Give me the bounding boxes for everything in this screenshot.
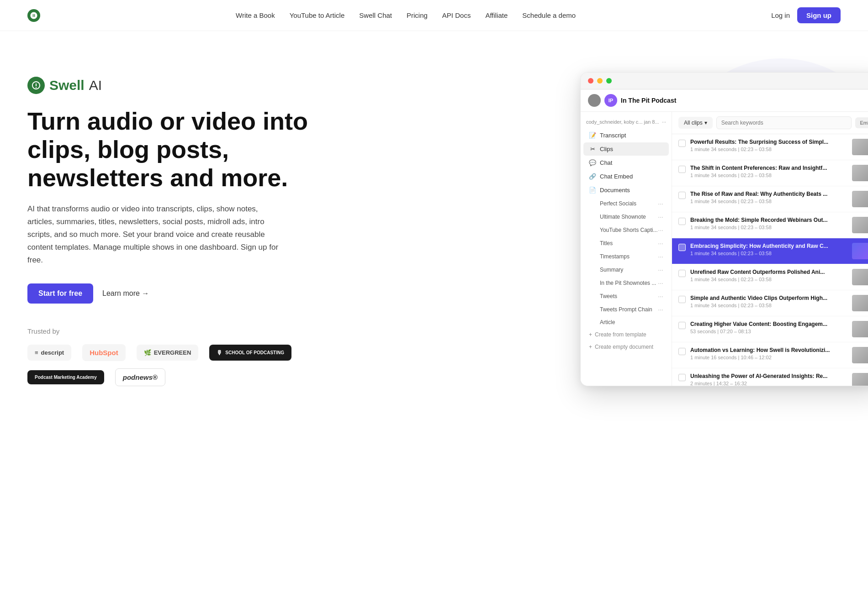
evergreen-logo: 🌿 EVERGREEN bbox=[137, 345, 199, 361]
sidebar-summary[interactable]: Summary ··· bbox=[587, 263, 669, 276]
podnews-logo: podnews® bbox=[115, 368, 165, 386]
clip-checkbox-7[interactable] bbox=[678, 322, 686, 329]
shownotes-more[interactable]: ··· bbox=[658, 279, 663, 287]
tweets-more[interactable]: ··· bbox=[658, 293, 663, 300]
clip-item-7[interactable]: Creating Higher Value Content: Boosting … bbox=[672, 316, 868, 342]
tweets-label: Tweets bbox=[600, 293, 617, 299]
navbar: Write a Book YouTube to Article Swell Ch… bbox=[0, 0, 868, 31]
start-for-free-button[interactable]: Start for free bbox=[27, 283, 93, 304]
clip-thumb-9 bbox=[852, 373, 868, 386]
learn-more-button[interactable]: Learn more → bbox=[102, 289, 149, 298]
sidebar-create-template[interactable]: + Create from template bbox=[583, 329, 669, 341]
filter-all-clips-button[interactable]: All clips ▾ bbox=[678, 117, 713, 129]
ultimate-shownote-more[interactable]: ··· bbox=[658, 213, 663, 220]
nav-link-swell-chat[interactable]: Swell Chat bbox=[359, 11, 392, 19]
clip-content-7: Creating Higher Value Content: Boosting … bbox=[690, 321, 847, 334]
school-podcasting-logo: 🎙 SCHOOL OF PODCASTING bbox=[209, 345, 291, 361]
sidebar-perfect-socials[interactable]: Perfect Socials ··· bbox=[587, 197, 669, 210]
tweets-prompt-chain-more[interactable]: ··· bbox=[658, 306, 663, 313]
nav-link-youtube-to-article[interactable]: YouTube to Article bbox=[290, 11, 345, 19]
embed-button[interactable]: Emb bbox=[855, 117, 868, 128]
shownotes-label: In the Pit Shownotes ... bbox=[600, 280, 656, 286]
clip-item-0[interactable]: Powerful Results: The Surprising Success… bbox=[672, 134, 868, 160]
clip-item-2[interactable]: The Rise of Raw and Real: Why Authentici… bbox=[672, 186, 868, 212]
clip-item-8[interactable]: Automation vs Learning: How Swell is Rev… bbox=[672, 342, 868, 368]
clip-checkbox-8[interactable] bbox=[678, 348, 686, 355]
clip-item-3[interactable]: Breaking the Mold: Simple Recorded Webin… bbox=[672, 212, 868, 238]
sidebar-item-chat-embed[interactable]: 🔗 Chat Embed bbox=[583, 170, 669, 183]
school-podcasting-icon: 🎙 bbox=[217, 349, 222, 356]
sidebar-create-empty[interactable]: + Create empty document bbox=[583, 341, 669, 353]
signup-button[interactable]: Sign up bbox=[797, 7, 841, 23]
titles-more[interactable]: ··· bbox=[658, 240, 663, 247]
app-podcast-avatar: IP bbox=[604, 94, 617, 107]
clip-meta-6: 1 minute 34 seconds | 02:23 – 03:58 bbox=[690, 303, 847, 308]
sidebar-ultimate-shownote[interactable]: Ultimate Shownote ··· bbox=[587, 210, 669, 223]
clip-thumb-8 bbox=[852, 347, 868, 363]
podnews-label: podnews® bbox=[123, 373, 158, 381]
nav-logo bbox=[27, 9, 40, 22]
clip-checkbox-3[interactable] bbox=[678, 218, 686, 225]
logo-evergreen: 🌿 EVERGREEN bbox=[137, 345, 199, 361]
perfect-socials-more[interactable]: ··· bbox=[658, 200, 663, 207]
clip-item-9[interactable]: Unleashing the Power of AI-Generated Ins… bbox=[672, 368, 868, 386]
sidebar-shownotes[interactable]: In the Pit Shownotes ... ··· bbox=[587, 277, 669, 289]
clip-thumb-5 bbox=[852, 269, 868, 285]
sidebar-tweets[interactable]: Tweets ··· bbox=[587, 290, 669, 303]
summary-label: Summary bbox=[600, 267, 623, 273]
evergreen-icon: 🌿 bbox=[144, 349, 151, 356]
sidebar-titles[interactable]: Titles ··· bbox=[587, 237, 669, 250]
sidebar-yt-shorts[interactable]: YouTube Shorts Capti... ··· bbox=[587, 224, 669, 236]
nav-link-affiliate[interactable]: Affiliate bbox=[485, 11, 508, 19]
sidebar-timestamps[interactable]: Timestamps ··· bbox=[587, 250, 669, 263]
clip-checkbox-2[interactable] bbox=[678, 192, 686, 199]
clip-checkbox-6[interactable] bbox=[678, 296, 686, 303]
create-template-plus-icon: + bbox=[589, 331, 592, 338]
clip-content-0: Powerful Results: The Surprising Success… bbox=[690, 139, 847, 152]
clip-title-2: The Rise of Raw and Real: Why Authentici… bbox=[690, 191, 847, 197]
tweets-prompt-chain-label: Tweets Prompt Chain bbox=[600, 306, 652, 313]
sidebar-item-chat[interactable]: 💬 Chat bbox=[583, 156, 669, 169]
timestamps-more[interactable]: ··· bbox=[658, 253, 663, 260]
sidebar-session-info: cody_schneider, koby c... jan 8... bbox=[586, 119, 659, 125]
clip-item-6[interactable]: Simple and Authentic Video Clips Outperf… bbox=[672, 290, 868, 316]
clip-item-4[interactable]: Embracing Simplicity: How Authenticity a… bbox=[672, 238, 868, 264]
hubspot-logo: HubSpot bbox=[82, 344, 125, 361]
sidebar-item-clips[interactable]: ✂ Clips bbox=[583, 142, 669, 156]
sidebar-item-transcript[interactable]: 📝 Transcript bbox=[583, 129, 669, 142]
hero-logo-text: Swell bbox=[49, 78, 85, 93]
clip-checkbox-4[interactable] bbox=[678, 244, 686, 251]
clip-thumb-0 bbox=[852, 139, 868, 155]
clip-checkbox-1[interactable] bbox=[678, 166, 686, 173]
clip-item-1[interactable]: The Shift in Content Preferences: Raw an… bbox=[672, 160, 868, 186]
sidebar-article[interactable]: Article bbox=[587, 316, 669, 328]
clip-checkbox-5[interactable] bbox=[678, 270, 686, 277]
clip-thumb-3 bbox=[852, 217, 868, 233]
nav-link-schedule-demo[interactable]: Schedule a demo bbox=[522, 11, 576, 19]
sidebar-documents-label: Documents bbox=[600, 187, 630, 194]
login-button[interactable]: Log in bbox=[771, 11, 790, 19]
yt-shorts-label: YouTube Shorts Capti... bbox=[600, 227, 658, 233]
timestamps-label: Timestamps bbox=[600, 253, 630, 260]
clip-thumb-4 bbox=[852, 243, 868, 259]
app-main-clips: All clips ▾ Emb Powerful Results: The Su… bbox=[672, 112, 868, 386]
clip-item-5[interactable]: Unrefined Raw Content Outperforms Polish… bbox=[672, 264, 868, 290]
clip-checkbox-9[interactable] bbox=[678, 374, 686, 381]
nav-link-pricing[interactable]: Pricing bbox=[407, 11, 428, 19]
clip-checkbox-0[interactable] bbox=[678, 140, 686, 147]
logo-icon bbox=[27, 9, 40, 22]
chat-embed-icon: 🔗 bbox=[589, 173, 596, 180]
yt-shorts-more[interactable]: ··· bbox=[658, 226, 663, 234]
create-empty-plus-icon: + bbox=[589, 344, 592, 350]
sidebar-tweets-prompt-chain[interactable]: Tweets Prompt Chain ··· bbox=[587, 303, 669, 316]
nav-link-api-docs[interactable]: API Docs bbox=[442, 11, 471, 19]
nav-link-write-a-book[interactable]: Write a Book bbox=[236, 11, 275, 19]
app-sidebar: cody_schneider, koby c... jan 8... ··· 📝… bbox=[581, 112, 672, 386]
logo-school-podcasting: 🎙 SCHOOL OF PODCASTING bbox=[209, 345, 291, 361]
summary-more[interactable]: ··· bbox=[658, 266, 663, 273]
app-header: IP In The Pit Podcast ⌄ bbox=[581, 89, 868, 112]
search-keywords-input[interactable] bbox=[716, 116, 852, 129]
trusted-label: Trusted by bbox=[27, 327, 311, 335]
trusted-logos-row1: ≡ descript HubSpot 🌿 EVERGREEN 🎙 SCHOOL … bbox=[27, 344, 311, 361]
sidebar-item-documents[interactable]: 📄 Documents bbox=[583, 184, 669, 197]
